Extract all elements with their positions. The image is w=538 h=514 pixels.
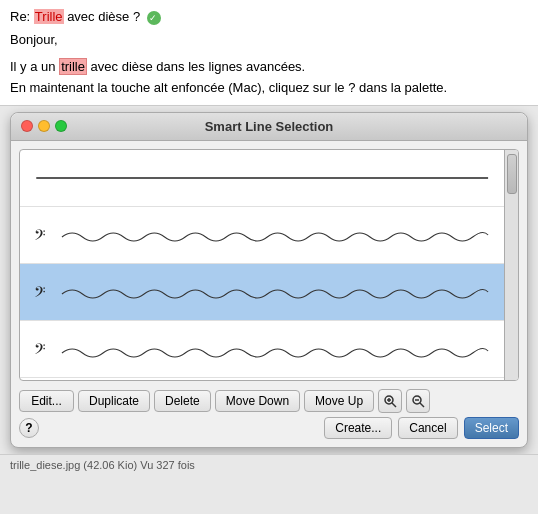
svg-line-5 [392,403,396,407]
top-buttons: Edit... Duplicate Delete Move Down Move … [11,389,527,417]
staff-notation-1 [26,158,498,198]
bottom-buttons: ? Create... Cancel Select [11,417,527,447]
list-item[interactable] [20,150,504,207]
zoom-in-icon [383,394,397,408]
subject-rest: avec dièse ? [64,9,141,24]
subject-highlight: Trille [34,9,64,24]
select-button[interactable]: Select [464,417,519,439]
zoom-out-button[interactable] [406,389,430,413]
maximize-button[interactable] [55,120,67,132]
zoom-in-button[interactable] [378,389,402,413]
body-line1: Il y a un trille avec dièse dans les lig… [10,57,528,78]
staff-notation-2: 𝄢 [26,215,498,255]
delete-button[interactable]: Delete [154,390,211,412]
dialog-title: Smart Line Selection [205,119,334,134]
footer-bar: trille_diese.jpg (42.06 Kio) Vu 327 fois [0,454,538,475]
footer-text: trille_diese.jpg (42.06 Kio) Vu 327 fois [10,459,195,471]
verified-icon [147,11,161,25]
staff-notation-4: 𝄢 [26,329,498,369]
lines-list[interactable]: 𝄢 𝄢 [20,150,504,380]
dialog-titlebar: Smart Line Selection [11,113,527,141]
dialog-body: 𝄢 𝄢 [11,141,527,389]
scrollbar-thumb[interactable] [507,154,517,194]
email-content: Re: Trille avec dièse ? Bonjour, Il y a … [0,0,538,106]
dialog-window: Smart Line Selection [10,112,528,448]
body-line2: En maintenant la touche alt enfoncée (Ma… [10,78,528,99]
email-subject: Re: Trille avec dièse ? [10,8,528,26]
svg-text:𝄢: 𝄢 [34,227,46,247]
zoom-out-icon [411,394,425,408]
svg-text:𝄢: 𝄢 [34,341,46,361]
svg-line-9 [420,403,424,407]
body-before: Il y a un [10,59,59,74]
greeting: Bonjour, [10,30,528,51]
subject-re: Re: [10,9,34,24]
list-scroll-area: 𝄢 𝄢 [20,150,518,380]
list-item[interactable]: 𝄢 [20,264,504,321]
scrollbar-track[interactable] [504,150,518,380]
titlebar-buttons [21,120,67,132]
help-button[interactable]: ? [19,418,39,438]
list-item[interactable]: 𝄢 [20,321,504,378]
list-item[interactable]: 𝄢 [20,207,504,264]
move-down-button[interactable]: Move Down [215,390,300,412]
lines-list-container: 𝄢 𝄢 [19,149,519,381]
create-button[interactable]: Create... [324,417,392,439]
edit-button[interactable]: Edit... [19,390,74,412]
email-body: Bonjour, Il y a un trille avec dièse dan… [10,30,528,98]
close-button[interactable] [21,120,33,132]
minimize-button[interactable] [38,120,50,132]
svg-text:𝄢: 𝄢 [34,284,46,304]
body-after: avec dièse dans les lignes avancées. [87,59,305,74]
cancel-button[interactable]: Cancel [398,417,457,439]
trille-word: trille [59,58,87,75]
move-up-button[interactable]: Move Up [304,390,374,412]
duplicate-button[interactable]: Duplicate [78,390,150,412]
staff-notation-3: 𝄢 [26,272,498,312]
